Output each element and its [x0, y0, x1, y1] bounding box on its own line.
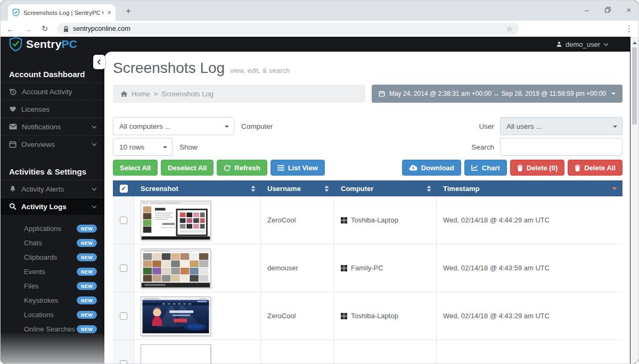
page-scrollbar[interactable]	[630, 37, 638, 364]
screenshot-thumbnail[interactable]	[141, 249, 211, 288]
column-header-computer[interactable]: Computer	[334, 180, 437, 196]
username-cell: ZeroCool	[261, 196, 334, 244]
person-icon	[556, 41, 562, 47]
computer-filter-select[interactable]: All computers ...	[113, 117, 234, 135]
new-badge: NEW	[77, 239, 97, 247]
select-all-checkbox[interactable]: ✓	[120, 185, 128, 193]
sidebar-subitem-applications[interactable]: ApplicationsNEW	[1, 221, 104, 236]
new-badge: NEW	[77, 282, 97, 290]
sidebar-item-activity-logs[interactable]: Activity Logs	[1, 197, 104, 215]
timestamp-cell	[437, 340, 622, 364]
sidebar-subitem-clipboards[interactable]: ClipboardsNEW	[1, 250, 104, 264]
computer-cell: Toshiba-Laptop	[334, 292, 437, 340]
row-checkbox[interactable]	[120, 360, 127, 364]
computer-cell	[334, 340, 437, 364]
sidebar-subitem-keystrokes[interactable]: KeystrokesNEW	[1, 293, 104, 308]
sort-desc-icon[interactable]	[612, 187, 617, 193]
download-button[interactable]: Download	[402, 160, 461, 176]
list-view-button[interactable]: List View	[271, 160, 325, 176]
column-header-username[interactable]: Username	[261, 180, 334, 196]
screenshot-thumbnail[interactable]	[141, 201, 211, 240]
new-tab-button[interactable]: +	[122, 5, 135, 18]
sidebar-item-licenses[interactable]: Licenses	[1, 100, 104, 118]
scrollbar-thumb[interactable]	[632, 47, 637, 125]
table-row-partial[interactable]	[113, 340, 622, 364]
sentrypc-logo[interactable]: SentryPC	[9, 37, 77, 52]
screenshot-cell[interactable]	[134, 196, 261, 244]
heart-icon	[9, 105, 17, 113]
tab-close-icon[interactable]: ×	[107, 9, 111, 16]
button-label: Download	[421, 164, 454, 172]
sidebar-subitem-locations[interactable]: LocationsNEW	[1, 308, 104, 322]
url-text[interactable]: sentrypconline.com	[73, 25, 502, 32]
sort-icon[interactable]	[251, 185, 256, 192]
breadcrumb-separator: >	[154, 90, 158, 98]
screenshot-cell[interactable]	[134, 340, 261, 364]
chevron-down-icon	[611, 93, 616, 97]
button-label: Refresh	[234, 164, 260, 172]
table-row[interactable]: demouser Family-PC Wed, 02/14/18 @ 4:43:…	[113, 244, 622, 292]
breadcrumb-home[interactable]: Home	[132, 90, 150, 98]
breadcrumb-current: Screenshots Log	[161, 90, 214, 98]
chevron-down-icon	[92, 125, 97, 129]
refresh-icon[interactable]: ↻	[40, 24, 50, 34]
sidebar-item-label: Activity Logs	[21, 203, 67, 211]
window-restore-icon[interactable]	[605, 5, 611, 15]
date-range-button[interactable]: May 24, 2014 @ 2:38:31 am +00:00 ↔ Sep 2…	[372, 85, 622, 103]
sidebar-section-account-dashboard: Account Dashboard	[1, 70, 104, 82]
sidebar-item-notifications[interactable]: Notifications	[1, 118, 104, 135]
user-filter-select[interactable]: All users ...	[500, 117, 622, 135]
bookmark-star-icon[interactable]: ☆	[506, 25, 513, 33]
user-menu[interactable]: demo_user	[556, 40, 609, 48]
username-cell	[261, 340, 334, 364]
sidebar-item-overviews[interactable]: Overviews	[1, 135, 104, 153]
deselect-all-button[interactable]: Deselect All	[161, 160, 214, 176]
sidebar-subitem-online-searches[interactable]: Online SearchesNEW	[1, 322, 104, 336]
scrollbar-up-arrow-icon[interactable]	[633, 39, 637, 44]
rows-per-page-select[interactable]: 10 rows	[113, 138, 173, 156]
timestamp-cell: Wed, 02/14/18 @ 4:44:29 am UTC	[437, 196, 622, 244]
column-label: Screenshot	[141, 185, 178, 193]
timestamp-cell: Wed, 02/14/18 @ 4:43:59 am UTC	[437, 244, 622, 292]
button-label: Select All	[120, 164, 151, 172]
row-checkbox[interactable]	[120, 312, 127, 320]
window-minimize-icon[interactable]: –	[585, 6, 589, 14]
back-icon[interactable]: ←	[6, 24, 15, 34]
window-close-icon[interactable]: ×	[627, 6, 631, 14]
screenshot-thumbnail[interactable]	[141, 344, 211, 364]
browser-tab-strip: Screenshots Log | SentryPC Onli × + – ×	[1, 1, 638, 21]
button-label: Delete (0)	[527, 164, 558, 172]
sort-icon[interactable]	[427, 185, 431, 192]
forward-icon[interactable]: →	[23, 24, 32, 34]
computer-filter-value: All computers ...	[119, 122, 171, 130]
sidebar-item-activity-alerts[interactable]: Activity Alerts	[1, 180, 104, 197]
row-checkbox[interactable]	[120, 217, 127, 224]
table-row[interactable]: ZeroCool Toshiba-Laptop Wed, 02/14/18 @ …	[113, 196, 622, 244]
select-all-button[interactable]: Select All	[113, 160, 158, 176]
browser-tab[interactable]: Screenshots Log | SentryPC Onli ×	[8, 4, 116, 21]
screenshot-cell[interactable]	[134, 244, 261, 292]
new-badge: NEW	[77, 296, 97, 304]
screenshots-table: ✓ Screenshot Username Computer	[113, 180, 622, 364]
chart-button[interactable]: Chart	[464, 160, 507, 176]
sidebar-subitem-label: Clipboards	[24, 253, 57, 261]
sidebar-item-account-activity[interactable]: Account Activity	[1, 82, 104, 100]
sort-icon[interactable]	[324, 185, 329, 192]
delete-all-button[interactable]: Delete All	[568, 160, 622, 176]
table-row[interactable]: ZeroCool Toshiba-Laptop Wed, 02/14/18 @ …	[113, 292, 622, 340]
screenshot-cell[interactable]	[134, 292, 261, 340]
column-header-screenshot[interactable]: Screenshot	[134, 180, 261, 196]
browser-menu-icon[interactable]: ⋮	[625, 24, 633, 34]
sidebar-subitem-files[interactable]: FilesNEW	[1, 279, 104, 293]
search-input[interactable]	[500, 138, 622, 156]
sidebar-subitem-chats[interactable]: ChatsNEW	[1, 236, 104, 250]
row-checkbox[interactable]	[120, 264, 127, 272]
screenshot-thumbnail[interactable]	[141, 296, 211, 336]
sidebar-collapse-button[interactable]	[93, 55, 105, 69]
sidebar-subitem-events[interactable]: EventsNEW	[1, 264, 104, 279]
button-label: Deselect All	[168, 164, 207, 172]
refresh-button[interactable]: Refresh	[217, 160, 267, 176]
address-bar[interactable]: sentrypconline.com ☆	[57, 23, 519, 35]
column-header-timestamp[interactable]: Timestamp	[437, 180, 622, 196]
delete-selected-button[interactable]: Delete (0)	[510, 160, 565, 176]
